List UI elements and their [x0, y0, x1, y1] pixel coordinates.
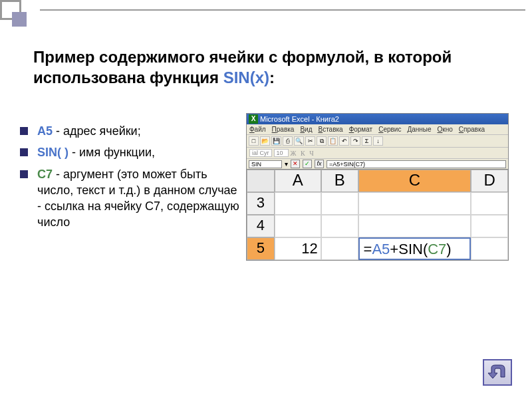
list-item: SIN( ) - имя функции,: [20, 144, 239, 160]
cut-icon: ✂: [305, 136, 315, 146]
spreadsheet-grid: ABCD 34512=A5+SIN(C7): [247, 169, 508, 260]
cell: [321, 215, 358, 237]
cell: [471, 215, 508, 237]
cell: [358, 192, 471, 215]
formula-bar: SIN ▾ ✕ ✓ fx =A5+SIN(C7): [247, 158, 508, 169]
list-item: А5 - адрес ячейки;: [20, 123, 239, 139]
print-icon: ⎙: [283, 136, 293, 146]
slide-title: Пример содержимого ячейки с формулой, в …: [33, 47, 512, 88]
cell: [275, 192, 321, 215]
menu-item: Справка: [459, 126, 485, 133]
cell: [358, 215, 471, 237]
excel-format-toolbar: ial Cyr 10 Ж К Ч: [247, 147, 508, 158]
fx-icon: fx: [315, 160, 324, 168]
u-turn-icon: [487, 364, 507, 381]
save-icon: 💾: [271, 136, 281, 146]
open-icon: 📂: [260, 136, 270, 146]
paste-icon: 📋: [328, 136, 338, 146]
redo-icon: ↷: [350, 136, 360, 146]
row-header: 5: [247, 237, 275, 260]
column-header: C: [358, 170, 471, 192]
slide-divider: [40, 9, 525, 11]
cancel-icon: ✕: [291, 160, 300, 168]
menu-item: Данные: [407, 126, 431, 133]
excel-titlebar: Microsoft Excel - Книга2: [247, 114, 508, 124]
excel-toolbar: □ 📂 💾 ⎙ 🔍 ✂ ⧉ 📋 ↶ ↷ Σ ↓: [247, 134, 508, 147]
cell: [471, 192, 508, 215]
bold-italic-underline: Ж К Ч: [291, 150, 315, 157]
new-icon: □: [249, 136, 259, 146]
bullet-list: А5 - адрес ячейки;SIN( ) - имя функции,С…: [20, 123, 239, 236]
table-row: 512=A5+SIN(C7): [247, 237, 508, 260]
name-box: SIN: [249, 160, 282, 168]
menu-item: Вставка: [318, 126, 342, 133]
bullet-icon: [20, 148, 28, 156]
slide-accent: [0, 0, 40, 23]
preview-icon: 🔍: [294, 136, 304, 146]
excel-menubar: ФайлПравкаВидВставкаФорматСервисДанныеОк…: [247, 124, 508, 134]
excel-screenshot: Microsoft Excel - Книга2 ФайлПравкаВидВс…: [246, 113, 509, 261]
menu-item: Сервис: [378, 126, 401, 133]
undo-icon: ↶: [339, 136, 349, 146]
sort-icon: ↓: [373, 136, 383, 146]
column-header: A: [275, 170, 321, 192]
accept-icon: ✓: [303, 160, 312, 168]
formula-input: =A5+SIN(C7): [327, 160, 506, 168]
dropdown-icon: ▾: [285, 160, 288, 168]
bullet-icon: [20, 170, 28, 178]
cell: [471, 237, 508, 260]
table-row: 4: [247, 215, 508, 237]
bullet-icon: [20, 127, 28, 135]
cell: 12: [275, 237, 321, 260]
copy-icon: ⧉: [317, 136, 327, 146]
list-item: С7 - аргумент (это может быть число, тек…: [20, 166, 239, 231]
cell: [321, 192, 358, 215]
menu-item: Правка: [272, 126, 295, 133]
cell: =A5+SIN(C7): [358, 237, 471, 260]
menu-item: Файл: [249, 126, 266, 133]
menu-item: Вид: [300, 126, 312, 133]
select-all-corner: [247, 170, 275, 192]
menu-item: Окно: [438, 126, 453, 133]
cell: [275, 215, 321, 237]
sum-icon: Σ: [362, 136, 372, 146]
fontsize-selector: 10: [274, 149, 289, 157]
font-selector: ial Cyr: [249, 149, 272, 157]
row-header: 4: [247, 215, 275, 237]
row-header: 3: [247, 192, 275, 215]
cell: [321, 237, 358, 260]
column-header: D: [471, 170, 508, 192]
back-button[interactable]: [483, 359, 512, 386]
column-header: B: [321, 170, 358, 192]
table-row: 3: [247, 192, 508, 215]
menu-item: Формат: [349, 126, 373, 133]
